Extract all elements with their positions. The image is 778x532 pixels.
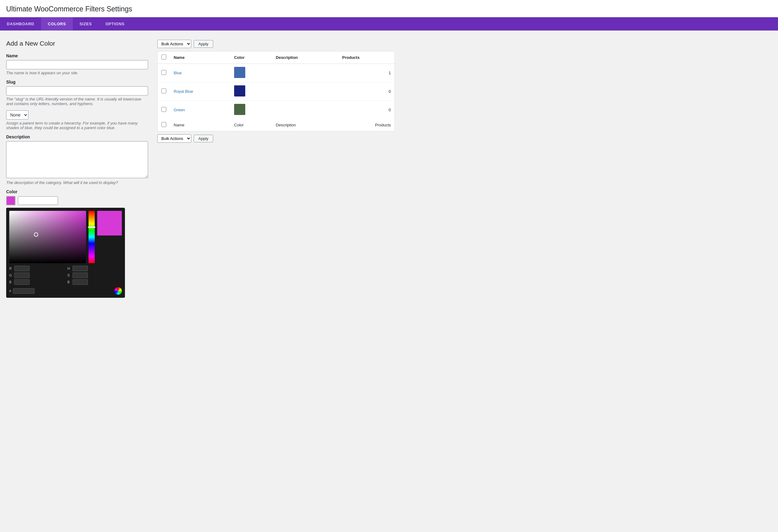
b2-channel-row: B 84 — [68, 279, 122, 285]
row-description-cell — [272, 101, 338, 119]
name-input[interactable] — [6, 60, 148, 69]
row-color-cell — [230, 101, 272, 119]
color-swatch-button[interactable] — [6, 196, 15, 205]
name-label: Name — [6, 53, 148, 58]
slug-label: Slug — [6, 80, 148, 84]
table-row: Blue 1 — [158, 64, 395, 82]
footer-products-col: Products — [338, 119, 395, 131]
s-input[interactable]: 73 — [73, 272, 88, 278]
row-checkbox[interactable] — [161, 107, 166, 112]
table-header-row: Name Color Description Products — [158, 52, 395, 64]
row-checkbox-cell — [158, 101, 170, 119]
table-row: Green 0 — [158, 101, 395, 119]
color-picker-top — [9, 211, 122, 263]
bottom-bulk-bar: Bulk Actions Apply — [157, 135, 395, 143]
hue-handle — [88, 227, 95, 228]
parent-help: Assign a parent term to create a hierarc… — [6, 121, 148, 130]
row-checkbox[interactable] — [161, 88, 166, 93]
top-bulk-actions-select[interactable]: Bulk Actions — [157, 40, 191, 48]
color-preview-new — [97, 211, 122, 236]
color-swatch — [234, 67, 245, 78]
footer-checkbox-cell — [158, 119, 170, 131]
r-channel-row: R 214 — [9, 266, 64, 271]
color-hex-input[interactable]: #d63ad6 — [18, 196, 58, 205]
nav-tab-dashboard[interactable]: DASHBOARD — [0, 17, 41, 30]
row-color-cell — [230, 82, 272, 101]
footer-description-col: Description — [272, 119, 338, 131]
color-swatch — [234, 104, 245, 115]
table-row: Royal Blue 0 — [158, 82, 395, 101]
row-color-cell — [230, 64, 272, 82]
bottom-apply-button[interactable]: Apply — [194, 135, 213, 143]
nav-tab-options[interactable]: OPTIONS — [99, 17, 132, 30]
color-label: Color — [6, 189, 148, 194]
table-footer-row: Name Color Description Products — [158, 119, 395, 131]
name-field-row: Name The name is how it appears on your … — [6, 53, 148, 75]
sl-handle — [34, 233, 38, 237]
form-title: Add a New Color — [6, 40, 148, 47]
row-checkbox-cell — [158, 82, 170, 101]
nav-tab-sizes[interactable]: SIZES — [73, 17, 99, 30]
color-wheel-button[interactable] — [114, 287, 122, 295]
row-checkbox[interactable] — [161, 70, 166, 75]
h-input[interactable]: 300 — [73, 266, 88, 271]
select-all-footer-checkbox[interactable] — [161, 122, 166, 127]
description-field-row: Description The description of the categ… — [6, 135, 148, 185]
h-label: H — [68, 267, 71, 270]
b-channel-row: B 84 — [9, 279, 64, 285]
footer-color-col: Color — [230, 119, 272, 131]
saturation-lightness-gradient[interactable] — [9, 211, 86, 263]
header-description: Description — [272, 52, 338, 64]
slug-field-row: Slug The "slug" is the URL-friendly vers… — [6, 80, 148, 106]
slug-help: The "slug" is the URL-friendly version o… — [6, 97, 148, 106]
color-picker: R 214 H 300 G 58 S 73 — [6, 208, 125, 298]
row-description-cell — [272, 82, 338, 101]
main-content: Add a New Color Name The name is how it … — [0, 30, 401, 311]
s-channel-row: S 73 — [68, 272, 122, 278]
bottom-bulk-actions-select[interactable]: Bulk Actions — [157, 135, 191, 143]
r-input[interactable]: 214 — [14, 266, 29, 271]
color-preview-area — [97, 211, 122, 263]
slug-input[interactable] — [6, 86, 148, 96]
description-help: The description of the category. What wi… — [6, 180, 148, 185]
description-textarea[interactable] — [6, 141, 148, 178]
b-input[interactable]: 84 — [14, 279, 29, 285]
header-name: Name — [170, 52, 230, 64]
color-name-link[interactable]: Green — [174, 108, 185, 112]
description-label: Description — [6, 135, 148, 139]
name-help: The name is how it appears on your site. — [6, 71, 148, 75]
s-label: S — [68, 273, 71, 277]
footer-name-col: Name — [170, 119, 230, 131]
hex-picker-input[interactable]: d63ad6 — [13, 288, 34, 294]
b2-input[interactable]: 84 — [73, 279, 88, 285]
color-name-link[interactable]: Blue — [174, 71, 182, 75]
row-products-cell: 1 — [338, 64, 395, 82]
hex-row: # d63ad6 — [9, 287, 122, 295]
header-checkbox-cell — [158, 52, 170, 64]
colors-table-panel: Bulk Actions Apply Name Color Descriptio… — [157, 40, 395, 302]
top-apply-button[interactable]: Apply — [194, 40, 213, 48]
g-channel-row: G 58 — [9, 272, 64, 278]
parent-select[interactable]: None — [6, 110, 28, 119]
hash-label: # — [9, 289, 11, 293]
g-input[interactable]: 58 — [14, 272, 29, 278]
navigation-tabs: DASHBOARDCOLORSSIZESOPTIONS — [0, 17, 778, 30]
r-label: R — [9, 267, 13, 270]
select-all-checkbox[interactable] — [161, 55, 166, 60]
row-name-cell: Green — [170, 101, 230, 119]
row-products-cell: 0 — [338, 82, 395, 101]
color-preview-old — [97, 236, 122, 261]
hue-slider[interactable] — [88, 211, 95, 263]
g-label: G — [9, 273, 13, 277]
row-description-cell — [272, 64, 338, 82]
b2-label: B — [68, 280, 71, 284]
b-label: B — [9, 280, 13, 284]
add-color-form: Add a New Color Name The name is how it … — [6, 40, 148, 302]
color-field-row: Color #d63ad6 — [6, 189, 148, 298]
nav-tab-colors[interactable]: COLORS — [41, 17, 73, 30]
color-name-link[interactable]: Royal Blue — [174, 89, 193, 94]
row-name-cell: Royal Blue — [170, 82, 230, 101]
row-checkbox-cell — [158, 64, 170, 82]
row-products-cell: 0 — [338, 101, 395, 119]
app-title: Ultimate WooCommerce Filters Settings — [0, 0, 778, 17]
